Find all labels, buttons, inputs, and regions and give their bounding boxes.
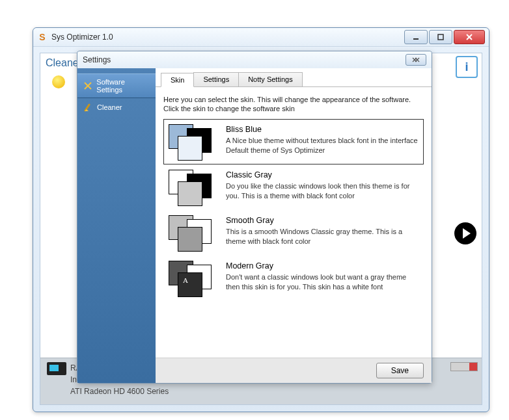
settings-tabs: Skin Settings Notty Settings xyxy=(156,68,432,87)
section-label: Cleane xyxy=(46,57,79,69)
skin-text: Classic GrayDo you like the classic wind… xyxy=(226,170,419,202)
skin-item[interactable]: AModern GrayDon't want a classic windows… xyxy=(163,256,424,301)
tab-notty-settings[interactable]: Notty Settings xyxy=(238,72,302,86)
skin-text: Smooth GrayThis is a smooth Windows Clas… xyxy=(226,215,419,247)
tab-settings[interactable]: Settings xyxy=(193,72,239,86)
skin-text: Modern GrayDon't want a classic windows … xyxy=(226,261,419,293)
maximize-button[interactable] xyxy=(429,30,452,44)
skin-swatch xyxy=(169,170,214,205)
save-button[interactable]: Save xyxy=(376,363,424,378)
skin-name: Bliss Blue xyxy=(226,124,419,135)
skin-letter: A xyxy=(183,276,188,284)
tab-skin[interactable]: Skin xyxy=(161,73,194,87)
gpu-name-label: ATI Radeon HD 4600 Series xyxy=(70,387,169,396)
window-controls xyxy=(404,30,485,44)
gpu-line-2: In xyxy=(70,375,77,384)
skin-item[interactable]: Classic GrayDo you like the classic wind… xyxy=(163,164,424,210)
skin-list: Bliss BlueA Nice blue theme without text… xyxy=(163,119,424,301)
skin-desc: This is a smooth Windows Classic gray th… xyxy=(226,227,419,246)
dialog-title: Settings xyxy=(83,55,111,64)
skin-desc: A Nice blue theme without textures black… xyxy=(226,136,419,155)
skin-swatch xyxy=(169,215,214,250)
close-icon xyxy=(466,34,473,40)
minimize-button[interactable] xyxy=(404,30,428,44)
sidebar-item-software-settings[interactable]: Software Settings xyxy=(77,73,156,98)
skin-name: Smooth Gray xyxy=(226,215,419,226)
svg-rect-1 xyxy=(438,34,443,40)
dialog-close-button[interactable] xyxy=(406,54,426,66)
maximize-icon xyxy=(437,34,444,40)
save-bar: Save xyxy=(156,358,432,383)
skin-description: Here you can select the skin. This will … xyxy=(163,95,424,114)
skin-desc: Do you like the classic windows look the… xyxy=(226,181,419,201)
settings-sidebar: Software Settings Cleaner xyxy=(77,68,156,383)
skin-swatch: A xyxy=(169,261,214,296)
sidebar-item-label: Software Settings xyxy=(96,78,150,94)
gpu-usage-bar xyxy=(450,362,478,371)
skin-name: Classic Gray xyxy=(226,170,419,181)
sidebar-item-label: Cleaner xyxy=(97,103,122,111)
skin-item[interactable]: Bliss BlueA Nice blue theme without text… xyxy=(163,119,424,164)
tools-icon xyxy=(83,81,92,91)
close-button[interactable] xyxy=(454,30,485,44)
skin-desc: Don't want a classic windows look but wa… xyxy=(226,272,419,292)
skin-swatch xyxy=(169,124,214,159)
skin-text: Bliss BlueA Nice blue theme without text… xyxy=(226,124,419,156)
app-icon: S xyxy=(37,32,48,42)
info-button[interactable]: i xyxy=(456,56,478,78)
sidebar-item-cleaner[interactable]: Cleaner xyxy=(77,98,156,116)
dialog-close-icon xyxy=(412,57,420,62)
gpu-card-icon xyxy=(47,362,66,375)
broom-icon xyxy=(83,102,93,112)
skin-tab-pane: Here you can select the skin. This will … xyxy=(156,87,432,306)
settings-content: Skin Settings Notty Settings Here you ca… xyxy=(156,68,432,383)
window-title: Sys Optimizer 1.0 xyxy=(51,33,113,42)
minimize-icon xyxy=(413,34,419,40)
skin-item[interactable]: Smooth GrayThis is a smooth Windows Clas… xyxy=(163,210,424,256)
dialog-body: Software Settings Cleaner Skin Settings … xyxy=(77,68,432,383)
main-titlebar[interactable]: S Sys Optimizer 1.0 xyxy=(33,28,489,47)
settings-dialog: Settings Software Settings xyxy=(77,51,432,384)
next-arrow-button[interactable] xyxy=(454,222,476,244)
dialog-titlebar[interactable]: Settings xyxy=(77,51,432,69)
skin-name: Modern Gray xyxy=(226,261,419,272)
sun-icon xyxy=(52,75,65,88)
